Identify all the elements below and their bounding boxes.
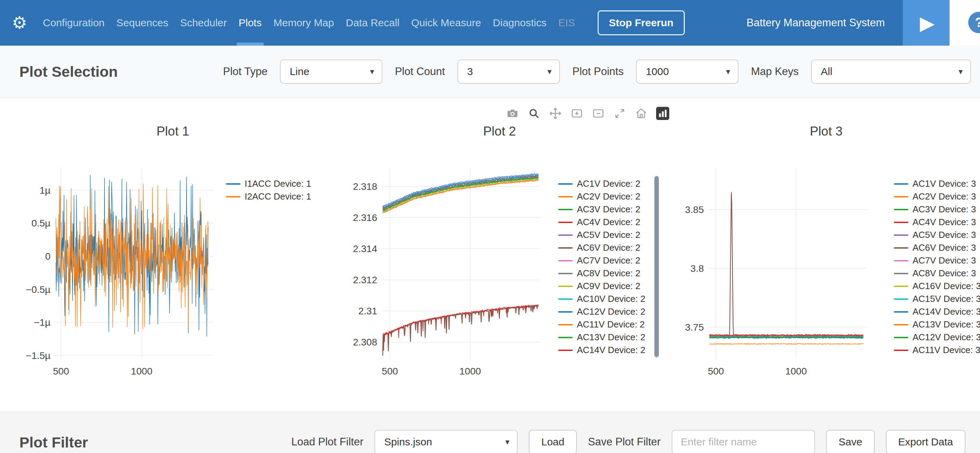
legend-label: AC6V Device: 2 bbox=[577, 242, 641, 253]
legend-item[interactable]: AC16V Device: 3 bbox=[894, 280, 980, 293]
legend-item[interactable]: AC11V Device: 2 bbox=[558, 318, 645, 331]
nav-item-sequences[interactable]: Sequences bbox=[116, 0, 168, 46]
legend-label: AC1V Device: 3 bbox=[913, 179, 976, 189]
legend-label: AC5V Device: 3 bbox=[913, 230, 976, 240]
save-button[interactable]: Save bbox=[826, 430, 875, 453]
legend-item[interactable]: AC8V Device: 2 bbox=[558, 267, 645, 280]
legend-item[interactable]: AC8V Device: 3 bbox=[894, 267, 980, 280]
legend-scrollbar[interactable] bbox=[654, 176, 659, 357]
legend-swatch bbox=[558, 196, 573, 198]
legend-item[interactable]: AC5V Device: 2 bbox=[558, 228, 645, 241]
legend-item[interactable]: AC14V Device: 2 bbox=[558, 344, 645, 356]
plots-area: Plot 1 50010001µ0.5µ0−0.5µ−1µ−1.5µ I1ACC… bbox=[0, 98, 980, 412]
export-data-button[interactable]: Export Data bbox=[886, 430, 966, 453]
map-keys-select[interactable]: All ▾ bbox=[811, 60, 971, 84]
toggle-spikelines-icon[interactable] bbox=[656, 107, 669, 120]
legend-item[interactable]: AC6V Device: 3 bbox=[894, 241, 980, 254]
plot-legend-2: AC1V Device: 2AC2V Device: 2AC3V Device:… bbox=[558, 160, 645, 383]
legend-swatch bbox=[558, 222, 573, 223]
legend-swatch bbox=[558, 234, 573, 236]
plot-canvas-1[interactable]: 50010001µ0.5µ0−0.5µ−1µ−1.5µ bbox=[19, 160, 216, 383]
legend-item[interactable]: AC10V Device: 2 bbox=[558, 293, 645, 305]
legend-label: AC14V Device: 3 bbox=[913, 306, 980, 317]
home-icon[interactable] bbox=[635, 107, 648, 120]
plot-title: Plot 3 bbox=[672, 124, 980, 139]
legend-item[interactable]: AC14V Device: 3 bbox=[894, 305, 980, 318]
nav-item-data-recall[interactable]: Data Recall bbox=[346, 0, 399, 46]
legend-label: AC11V Device: 3 bbox=[913, 345, 980, 355]
legend-item[interactable]: AC1V Device: 3 bbox=[894, 177, 980, 190]
legend-item[interactable]: AC7V Device: 3 bbox=[894, 254, 980, 267]
legend-item[interactable]: AC11V Device: 3 bbox=[894, 344, 980, 356]
legend-item[interactable]: I1ACC Device: 1 bbox=[226, 177, 311, 190]
legend-label: AC12V Device: 3 bbox=[913, 332, 980, 343]
svg-text:1µ: 1µ bbox=[40, 185, 51, 196]
help-icon[interactable]: ? bbox=[968, 12, 980, 33]
legend-item[interactable]: AC4V Device: 2 bbox=[558, 216, 645, 228]
legend-label: AC5V Device: 2 bbox=[577, 230, 641, 240]
legend-swatch bbox=[558, 324, 573, 325]
zoom-in-icon[interactable] bbox=[570, 107, 584, 120]
plot-selection-title: Plot Selection bbox=[19, 63, 118, 80]
stop-freerun-button[interactable]: Stop Freerun bbox=[598, 10, 685, 35]
camera-icon[interactable] bbox=[506, 107, 519, 120]
legend-item[interactable]: AC1V Device: 2 bbox=[558, 177, 645, 190]
legend-swatch bbox=[894, 286, 908, 287]
svg-text:2.31: 2.31 bbox=[358, 306, 377, 317]
plot-type-value: Line bbox=[290, 66, 309, 78]
svg-text:3.75: 3.75 bbox=[685, 322, 704, 333]
legend-item[interactable]: AC6V Device: 2 bbox=[558, 241, 645, 254]
legend-swatch bbox=[894, 209, 908, 210]
legend-item[interactable]: AC3V Device: 2 bbox=[558, 203, 645, 216]
nav-item-scheduler[interactable]: Scheduler bbox=[180, 0, 227, 46]
legend-label: AC7V Device: 3 bbox=[913, 255, 976, 266]
legend-swatch bbox=[894, 222, 908, 223]
svg-text:3.85: 3.85 bbox=[685, 204, 704, 215]
nav-item-plots[interactable]: Plots bbox=[239, 0, 262, 46]
nav-item-memory-map[interactable]: Memory Map bbox=[274, 0, 334, 46]
load-button[interactable]: Load bbox=[529, 430, 577, 453]
zoom-icon[interactable] bbox=[527, 107, 541, 120]
legend-item[interactable]: AC3V Device: 3 bbox=[894, 203, 980, 216]
legend-label: I1ACC Device: 1 bbox=[245, 179, 311, 189]
plot-panel-1: Plot 1 50010001µ0.5µ0−0.5µ−1µ−1.5µ I1ACC… bbox=[0, 124, 327, 383]
plot-canvas-3[interactable]: 50010003.853.83.75 bbox=[672, 160, 870, 383]
help-corner: ? bbox=[950, 0, 980, 46]
legend-swatch bbox=[558, 350, 573, 351]
legend-item[interactable]: AC2V Device: 3 bbox=[894, 190, 980, 203]
legend-item[interactable]: I2ACC Device: 1 bbox=[226, 190, 311, 203]
nav-item-configuration[interactable]: Configuration bbox=[43, 0, 105, 46]
nav-item-diagnostics[interactable]: Diagnostics bbox=[493, 0, 546, 46]
play-button[interactable]: ▶ bbox=[903, 0, 950, 46]
plot-count-label: Plot Count bbox=[395, 65, 445, 78]
plot-selection-bar: Plot Selection Plot Type Line ▾ Plot Cou… bbox=[0, 46, 980, 98]
legend-item[interactable]: AC15V Device: 3 bbox=[894, 293, 980, 305]
plot-count-select[interactable]: 3 ▾ bbox=[457, 60, 560, 84]
zoom-out-icon[interactable] bbox=[592, 107, 605, 120]
legend-item[interactable]: AC12V Device: 3 bbox=[894, 331, 980, 344]
plot-panel-2: Plot 2 50010002.3182.3162.3142.3122.312.… bbox=[327, 124, 653, 383]
filter-name-input[interactable] bbox=[672, 430, 815, 453]
nav-item-quick-measure[interactable]: Quick Measure bbox=[411, 0, 481, 46]
legend-item[interactable]: AC5V Device: 3 bbox=[894, 228, 980, 241]
legend-item[interactable]: AC13V Device: 2 bbox=[558, 331, 645, 344]
chevron-down-icon: ▾ bbox=[726, 67, 730, 76]
legend-label: AC3V Device: 2 bbox=[577, 204, 641, 215]
load-filter-select[interactable]: Spins.json ▾ bbox=[374, 430, 518, 453]
plot-points-select[interactable]: 1000 ▾ bbox=[636, 60, 738, 84]
plot-canvas-2[interactable]: 50010002.3182.3162.3142.3122.312.308 bbox=[346, 160, 543, 383]
legend-item[interactable]: AC7V Device: 2 bbox=[558, 254, 645, 267]
legend-item[interactable]: AC12V Device: 2 bbox=[558, 305, 645, 318]
autoscale-icon[interactable] bbox=[613, 107, 626, 120]
pan-icon[interactable] bbox=[549, 107, 562, 120]
legend-item[interactable]: AC2V Device: 2 bbox=[558, 190, 645, 203]
legend-item[interactable]: AC9V Device: 2 bbox=[558, 280, 645, 293]
svg-text:0: 0 bbox=[45, 251, 51, 262]
plot-selection-controls: Plot Type Line ▾ Plot Count 3 ▾ Plot Poi… bbox=[223, 60, 971, 84]
legend-label: AC3V Device: 3 bbox=[913, 204, 976, 215]
plot-type-select[interactable]: Line ▾ bbox=[280, 60, 382, 84]
nav-item-eis: EIS bbox=[558, 0, 575, 46]
legend-item[interactable]: AC13V Device: 3 bbox=[894, 318, 980, 331]
legend-item[interactable]: AC4V Device: 3 bbox=[894, 216, 980, 228]
gear-icon[interactable]: ⚙ bbox=[12, 13, 27, 33]
